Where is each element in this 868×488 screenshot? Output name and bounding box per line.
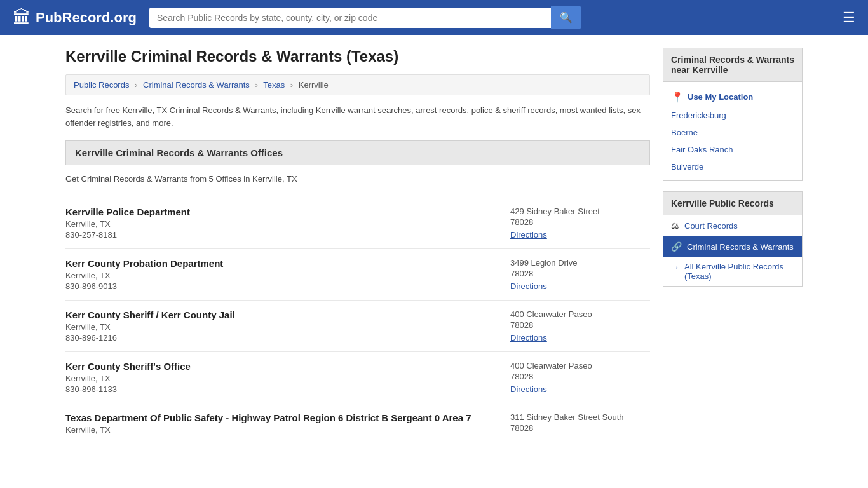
office-city: Kerrville, TX — [65, 322, 510, 332]
public-records-section: Kerrville Public Records ⚖ Court Records… — [663, 191, 803, 287]
search-input[interactable] — [149, 8, 551, 28]
nearby-link[interactable]: Fredericksburg — [671, 107, 794, 124]
office-zip: 78028 — [510, 269, 650, 278]
all-records-link[interactable]: → All Kerrville Public Records (Texas) — [663, 257, 802, 286]
nearby-section-body: 📍 Use My Location FredericksburgBoerneFa… — [663, 82, 803, 181]
office-address: 400 Clearwater Paseo — [510, 361, 650, 370]
office-city: Kerrville, TX — [65, 271, 510, 280]
office-zip: 78028 — [510, 217, 650, 227]
breadcrumb-public-records[interactable]: Public Records — [74, 80, 129, 90]
nearby-section-title: Criminal Records & Warrants near Kerrvil… — [663, 48, 803, 82]
office-address: 400 Clearwater Paseo — [510, 309, 650, 319]
office-entry: Kerr County Sheriff's Office Kerrville, … — [65, 352, 650, 403]
page-title: Kerrville Criminal Records & Warrants (T… — [65, 48, 650, 65]
office-zip: 78028 — [510, 320, 650, 330]
record-link: Criminal Records & Warrants — [687, 242, 794, 252]
office-name: Kerr County Sheriff's Office — [65, 361, 510, 372]
office-phone: 830-257-8181 — [65, 230, 510, 240]
nearby-link[interactable]: Boerne — [671, 124, 794, 141]
office-left: Kerr County Sheriff / Kerr County Jail K… — [65, 309, 510, 342]
search-icon: 🔍 — [560, 12, 573, 23]
arrow-icon: → — [671, 262, 679, 272]
content-area: Kerrville Criminal Records & Warrants (T… — [65, 48, 650, 445]
logo-text: PubRecord.org — [36, 10, 137, 26]
all-records-label: All Kerrville Public Records (Texas) — [684, 262, 794, 281]
sidebar-record-item[interactable]: ⚖ Court Records — [663, 215, 802, 236]
public-records-title: Kerrville Public Records — [663, 191, 803, 215]
breadcrumb: Public Records › Criminal Records & Warr… — [65, 74, 650, 95]
office-city: Kerrville, TX — [65, 219, 510, 229]
directions-link[interactable]: Directions — [510, 230, 547, 240]
office-left: Kerr County Sheriff's Office Kerrville, … — [65, 361, 510, 394]
public-records-body: ⚖ Court Records 🔗 Criminal Records & War… — [663, 215, 803, 287]
office-right: 400 Clearwater Paseo 78028 Directions — [510, 309, 650, 342]
site-logo[interactable]: 🏛 PubRecord.org — [13, 7, 137, 28]
office-address: 3499 Legion Drive — [510, 258, 650, 268]
main-container: Kerrville Criminal Records & Warrants (T… — [53, 35, 815, 458]
page-description: Search for free Kerrville, TX Criminal R… — [65, 104, 650, 129]
use-location-button[interactable]: 📍 Use My Location — [671, 87, 794, 107]
hamburger-icon[interactable]: ☰ — [843, 10, 855, 26]
office-left: Kerr County Probation Department Kerrvil… — [65, 258, 510, 291]
office-zip: 78028 — [510, 423, 650, 433]
sidebar-record-item[interactable]: 🔗 Criminal Records & Warrants — [663, 236, 802, 257]
record-link: Court Records — [684, 221, 738, 231]
search-button[interactable]: 🔍 — [551, 6, 581, 29]
office-right: 311 Sidney Baker Street South 78028 — [510, 412, 650, 435]
logo-icon: 🏛 — [13, 7, 31, 28]
record-icon: ⚖ — [671, 220, 679, 231]
office-entry: Texas Department Of Public Safety - High… — [65, 403, 650, 445]
office-phone: 830-896-1133 — [65, 384, 510, 394]
public-records-items: ⚖ Court Records 🔗 Criminal Records & War… — [663, 215, 802, 257]
record-icon: 🔗 — [671, 241, 682, 252]
office-entry: Kerr County Probation Department Kerrvil… — [65, 249, 650, 301]
nearby-link[interactable]: Bulverde — [671, 158, 794, 175]
site-header: 🏛 PubRecord.org 🔍 ☰ — [0, 0, 868, 35]
office-zip: 78028 — [510, 372, 650, 381]
office-right: 429 Sidney Baker Street 78028 Directions — [510, 207, 650, 240]
nearby-links: FredericksburgBoerneFair Oaks RanchBulve… — [671, 107, 794, 175]
office-name: Texas Department Of Public Safety - High… — [65, 412, 510, 423]
location-icon: 📍 — [671, 91, 684, 103]
office-right: 3499 Legion Drive 78028 Directions — [510, 258, 650, 291]
nearby-section: Criminal Records & Warrants near Kerrvil… — [663, 48, 803, 181]
directions-link[interactable]: Directions — [510, 281, 547, 291]
office-left: Texas Department Of Public Safety - High… — [65, 412, 510, 436]
offices-section-header: Kerrville Criminal Records & Warrants Of… — [65, 140, 650, 165]
sidebar: Criminal Records & Warrants near Kerrvil… — [663, 48, 803, 445]
office-entry: Kerr County Sheriff / Kerr County Jail K… — [65, 301, 650, 352]
office-name: Kerr County Sheriff / Kerr County Jail — [65, 309, 510, 320]
use-location-label: Use My Location — [688, 92, 753, 102]
breadcrumb-texas[interactable]: Texas — [263, 80, 285, 90]
office-entry: Kerrville Police Department Kerrville, T… — [65, 198, 650, 249]
breadcrumb-kerrville: Kerrville — [299, 80, 329, 90]
office-city: Kerrville, TX — [65, 425, 510, 435]
nearby-link[interactable]: Fair Oaks Ranch — [671, 141, 794, 158]
offices-count: Get Criminal Records & Warrants from 5 O… — [65, 172, 650, 186]
office-phone: 830-896-9013 — [65, 281, 510, 291]
directions-link[interactable]: Directions — [510, 384, 547, 394]
search-bar: 🔍 — [149, 6, 581, 29]
directions-link[interactable]: Directions — [510, 333, 547, 342]
office-phone: 830-896-1216 — [65, 333, 510, 342]
office-name: Kerr County Probation Department — [65, 258, 510, 269]
office-right: 400 Clearwater Paseo 78028 Directions — [510, 361, 650, 394]
office-address: 429 Sidney Baker Street — [510, 207, 650, 216]
office-city: Kerrville, TX — [65, 374, 510, 383]
breadcrumb-criminal-records[interactable]: Criminal Records & Warrants — [143, 80, 250, 90]
offices-list: Kerrville Police Department Kerrville, T… — [65, 198, 650, 445]
office-address: 311 Sidney Baker Street South — [510, 412, 650, 422]
office-left: Kerrville Police Department Kerrville, T… — [65, 207, 510, 240]
office-name: Kerrville Police Department — [65, 207, 510, 217]
